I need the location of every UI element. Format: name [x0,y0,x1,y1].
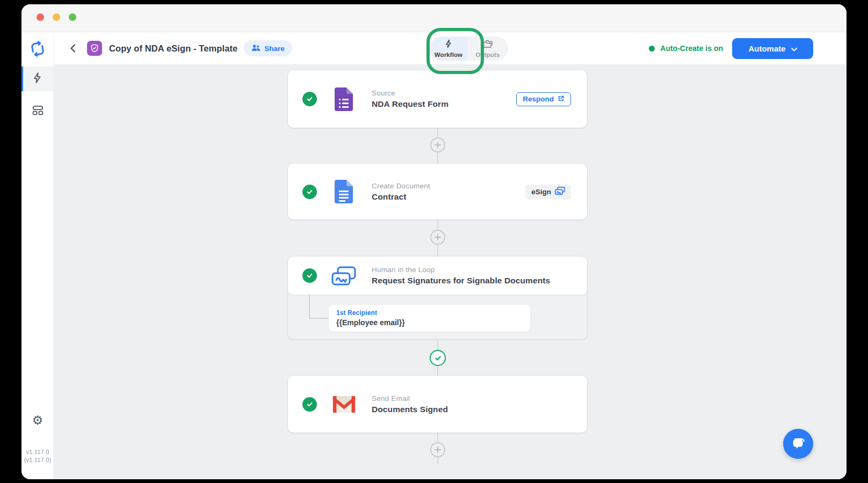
step-title: Contract [372,192,430,202]
step-complete-icon [302,268,317,283]
workflow-step-send-email[interactable]: Send Email Documents Signed [288,376,587,433]
step-complete-icon [302,92,317,106]
share-button[interactable]: Share [244,40,292,56]
page-title: Copy of NDA eSign - Template [109,43,237,54]
esign-icon [555,187,565,196]
step-type-label: Send Email [372,394,448,402]
recipient-value: {{Employee email}} [336,318,523,327]
portant-logo[interactable] [28,40,47,58]
minimize-window-button[interactable] [53,13,60,21]
step-complete-icon [302,397,317,412]
step-complete-icon [302,185,317,199]
chevron-down-icon [791,44,797,53]
add-step-button[interactable] [430,442,445,457]
chat-bubble-icon [790,435,806,453]
back-button[interactable] [67,43,78,54]
esign-icon [331,266,356,286]
branch-complete-icon [430,350,446,366]
status-dot-icon [649,46,655,52]
zoom-window-button[interactable] [69,13,76,21]
step-title: Request Signatures for Signable Document… [372,276,550,286]
recipient-label: 1st Recipient [336,309,523,317]
app-version: v1.117.0 (v1.117.0) [21,448,54,464]
connector-line [309,295,310,318]
header-bar: Copy of NDA eSign - Template Share Workf… [54,32,847,65]
shield-check-icon [87,41,102,56]
layout-icon [32,104,44,119]
external-link-icon [558,95,565,104]
workflow-step-source[interactable]: Source NDA Request Form Respond [288,70,587,128]
google-docs-icon [331,180,356,203]
esign-badge[interactable]: eSign [525,185,571,199]
workflow-step-create-document[interactable]: Create Document Contract eSign [288,164,587,219]
lightning-bolt-icon [444,39,453,50]
step-type-label: Human in the Loop [372,266,550,274]
window-titlebar [21,4,847,32]
step-type-label: Source [372,89,449,97]
lightning-bolt-icon [32,72,44,86]
automate-button[interactable]: Automate [732,38,813,59]
auto-create-status: Auto-Create is on [649,44,723,53]
step-title: NDA Request Form [372,99,449,109]
workflow-step-human-in-the-loop[interactable]: Human in the Loop Request Signatures for… [288,257,587,339]
add-step-button[interactable] [430,230,445,245]
workflow-canvas: Source NDA Request Form Respond [54,65,847,479]
tab-outputs[interactable]: Outputs [467,36,508,61]
respond-button[interactable]: Respond [516,92,571,106]
folder-icon [483,40,493,50]
sidebar-item-workflows[interactable] [21,67,54,91]
step-type-label: Create Document [372,182,430,190]
connector-line [309,318,329,319]
recipient-card[interactable]: 1st Recipient {{Employee email}} [329,305,530,332]
desktop-background: ⚙ v1.117.0 (v1.117.0) Copy of NDA eSign … [0,0,868,483]
people-icon [251,44,261,53]
step-title: Documents Signed [372,405,448,414]
view-toggle: Workflow Outputs [430,36,508,61]
app-window: ⚙ v1.117.0 (v1.117.0) Copy of NDA eSign … [21,4,847,479]
sidebar: ⚙ v1.117.0 (v1.117.0) [21,32,54,479]
gmail-icon [331,395,356,414]
close-window-button[interactable] [37,13,44,21]
gear-icon: ⚙ [32,413,44,428]
settings-button[interactable]: ⚙ [21,411,54,430]
chat-widget-button[interactable] [783,429,813,459]
tab-workflow[interactable]: Workflow [430,36,467,61]
add-step-button[interactable] [430,137,445,152]
sidebar-item-templates[interactable] [21,99,54,123]
google-forms-icon [331,87,356,111]
